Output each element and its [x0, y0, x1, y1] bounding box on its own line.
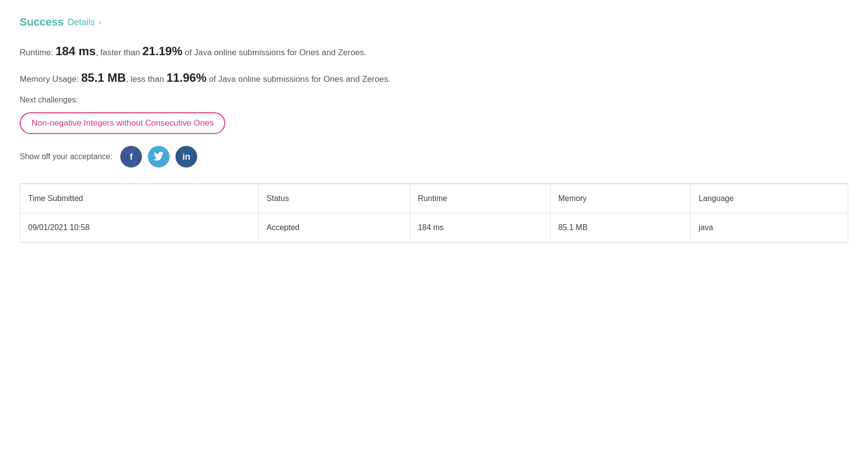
col-header-runtime: Runtime [410, 184, 550, 213]
runtime-connector: , faster than [96, 48, 142, 57]
memory-value: 85.1 MB [81, 71, 126, 84]
runtime-line: Runtime: 184 ms, faster than 21.19% of J… [20, 42, 848, 60]
col-header-memory: Memory [550, 184, 691, 213]
runtime-value: 184 ms [56, 44, 96, 58]
linkedin-icon[interactable]: in [175, 146, 197, 168]
breadcrumb: Success Details › [20, 16, 848, 29]
challenge-tag[interactable]: Non-negative Integers without Consecutiv… [20, 112, 225, 134]
facebook-icon[interactable]: f [120, 146, 142, 168]
submissions-table-wrapper: Time Submitted Status Runtime Memory Lan… [20, 184, 848, 243]
cell-language: java [691, 213, 848, 242]
col-header-time-submitted: Time Submitted [20, 184, 258, 213]
runtime-percentage: 21.19% [142, 44, 182, 58]
runtime-prefix: Runtime: [20, 48, 56, 57]
memory-suffix: of Java online submissions for Ones and … [207, 74, 390, 84]
cell-status[interactable]: Accepted [258, 213, 410, 242]
social-row: Show off your acceptance: f in [20, 146, 848, 168]
table-header-row: Time Submitted Status Runtime Memory Lan… [20, 184, 848, 213]
col-header-language: Language [691, 184, 848, 213]
memory-prefix: Memory Usage: [20, 74, 81, 84]
twitter-icon[interactable] [148, 146, 170, 168]
runtime-suffix: of Java online submissions for Ones and … [182, 48, 366, 57]
memory-percentage: 11.96% [167, 71, 207, 84]
next-challenges-label: Next challenges: [20, 96, 848, 104]
chevron-icon: › [99, 18, 101, 27]
cell-runtime: 184 ms [410, 213, 550, 242]
col-header-status: Status [258, 184, 410, 213]
cell-memory: 85.1 MB [550, 213, 691, 242]
cell-time-submitted: 09/01/2021 10:58 [20, 213, 258, 242]
memory-connector: , less than [126, 74, 166, 84]
submissions-table: Time Submitted Status Runtime Memory Lan… [20, 184, 848, 242]
details-link[interactable]: Details [68, 17, 95, 28]
memory-line: Memory Usage: 85.1 MB, less than 11.96% … [20, 69, 848, 87]
success-label: Success [20, 16, 64, 29]
social-icons: f in [120, 146, 197, 168]
social-label: Show off your acceptance: [20, 152, 112, 161]
table-row: 09/01/2021 10:58 Accepted 184 ms 85.1 MB… [20, 213, 848, 242]
